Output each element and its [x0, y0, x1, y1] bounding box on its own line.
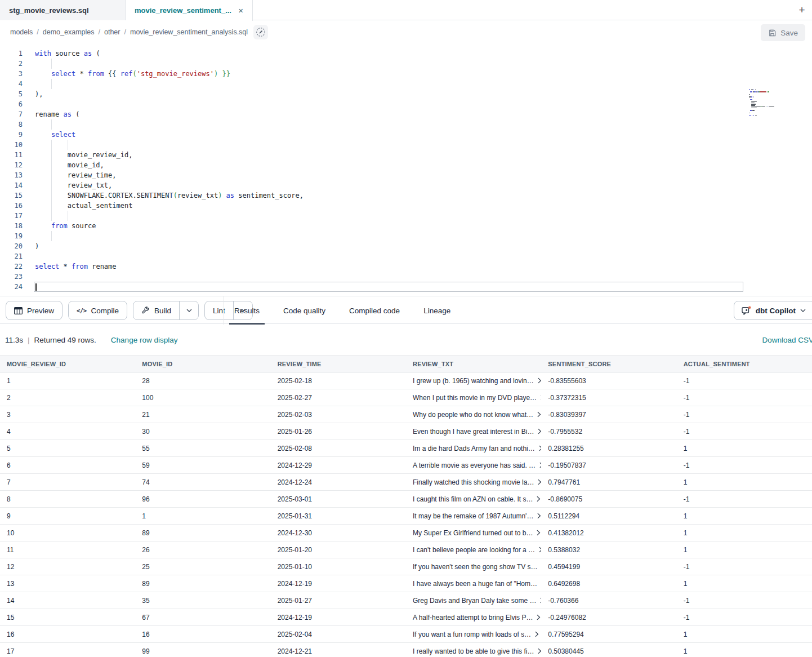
review-text: When I put this movie in my DVD playe… — [413, 394, 537, 402]
build-dropdown-button[interactable] — [179, 301, 198, 319]
minimap-line — [749, 115, 787, 116]
breadcrumb-separator: / — [37, 28, 38, 36]
cell-movie-review-id: 2 — [0, 389, 135, 406]
panel-tabs: ResultsCode qualityCompiled codeLineage — [233, 296, 452, 325]
line-number: 20 — [0, 241, 23, 251]
minimap[interactable] — [749, 89, 787, 119]
save-button[interactable]: Save — [761, 24, 805, 41]
code-line[interactable]: 15 SNOWFLAKE.CORTEX.SENTIMENT(review_txt… — [0, 190, 812, 201]
code-line[interactable]: 1with source as ( — [0, 48, 812, 59]
cell-actual-sentiment: 1 — [677, 440, 812, 456]
column-header-movie_review_id[interactable]: MOVIE_REVIEW_ID — [0, 356, 135, 372]
code-line[interactable]: 23 — [0, 272, 812, 282]
review-text: Greg Davis and Bryan Daly take some … — [413, 597, 536, 605]
expand-row-icon[interactable] — [537, 411, 541, 418]
table-row: 17992024-12-21I really wanted to be able… — [0, 643, 812, 657]
cell-actual-sentiment: -1 — [677, 592, 812, 609]
code-line[interactable]: 5), — [0, 89, 812, 99]
column-header-review_time[interactable]: REVIEW_TIME — [271, 356, 406, 372]
code-line[interactable]: 22select * from rename — [0, 261, 812, 272]
tab-lineage[interactable]: Lineage — [422, 296, 452, 325]
tab-code-quality[interactable]: Code quality — [282, 296, 327, 325]
code-line[interactable]: 10 — [0, 140, 812, 150]
column-header-actual_sentiment[interactable]: ACTUAL_SENTIMENT — [677, 356, 812, 372]
code-line[interactable]: 14 review_txt, — [0, 180, 812, 190]
cell-actual-sentiment: -1 — [677, 406, 812, 423]
compile-button[interactable]: </> Compile — [68, 301, 127, 320]
table-row: 21002025-02-27When I put this movie in m… — [0, 389, 812, 406]
cell-sentiment-score: -0.37372315 — [541, 389, 676, 406]
lint-button[interactable]: Lint — [205, 301, 233, 319]
code-line[interactable]: 19 — [0, 231, 812, 241]
review-text: A terrible movie as everyone has said. … — [413, 461, 536, 469]
code-line[interactable]: 18 from source — [0, 221, 812, 231]
code-line[interactable]: 21 — [0, 251, 812, 261]
tab-compiled-code[interactable]: Compiled code — [347, 296, 401, 325]
code-line[interactable]: 4 — [0, 79, 812, 89]
build-button[interactable]: Build — [133, 301, 179, 319]
table-row: 14352025-01-27Greg Davis and Bryan Daly … — [0, 592, 812, 609]
copilot-sparkle-chat-icon — [742, 306, 751, 316]
preview-button[interactable]: Preview — [6, 301, 63, 320]
code-line[interactable]: 20) — [0, 241, 812, 251]
tab-results[interactable]: Results — [233, 296, 261, 325]
table-grid-icon — [14, 307, 23, 314]
code-line-content: movie_id, — [35, 160, 812, 170]
review-text: My Super Ex Girlfriend turned out to b… — [413, 529, 533, 537]
save-icon — [768, 29, 777, 37]
line-number: 9 — [0, 130, 23, 140]
code-line-content: select * from {{ ref('stg_movie_reviews'… — [35, 69, 812, 79]
minimap-line — [749, 116, 787, 117]
new-tab-button[interactable]: + — [795, 3, 809, 17]
code-line[interactable]: 16 actual_sentiment — [0, 201, 812, 211]
cell-sentiment-score: 0.41382012 — [541, 525, 676, 541]
indent-guide — [68, 140, 68, 150]
code-line[interactable]: 13 review_time, — [0, 170, 812, 180]
ide-window: stg_movie_reviews.sql movie_review_senti… — [0, 0, 812, 657]
close-tab-icon[interactable]: × — [238, 6, 243, 15]
file-modified-icon[interactable] — [253, 25, 268, 39]
code-line[interactable]: 3 select * from {{ ref('stg_movie_review… — [0, 69, 812, 79]
file-tab-stg-movie-reviews[interactable]: stg_movie_reviews.sql — [0, 0, 126, 20]
table-row: 8962025-03-01I caught this film on AZN o… — [0, 491, 812, 508]
line-number: 7 — [0, 109, 23, 119]
dbt-copilot-button[interactable]: dbt Copilot — [734, 301, 812, 320]
change-row-display-link[interactable]: Change row display — [111, 336, 178, 344]
code-line[interactable]: 9 select — [0, 130, 812, 140]
line-number: 6 — [0, 99, 23, 109]
code-line[interactable]: 2 — [0, 59, 812, 69]
line-number: 10 — [0, 140, 23, 150]
table-row: 16162025-02-04If you want a fun romp wit… — [0, 626, 812, 643]
expand-row-icon[interactable] — [535, 631, 539, 637]
cell-sentiment-score: 0.5112294 — [541, 508, 676, 524]
expand-row-icon[interactable] — [537, 614, 541, 620]
preview-label: Preview — [27, 307, 54, 315]
code-line[interactable]: 11 movie_review_id, — [0, 150, 812, 160]
breadcrumb-item-other[interactable]: other — [104, 28, 121, 36]
column-header-sentiment_score[interactable]: SENTIMENT_SCORE — [541, 356, 676, 372]
cell-review-time: 2025-02-18 — [271, 372, 406, 389]
breadcrumb-item-models[interactable]: models — [10, 28, 33, 36]
code-line[interactable]: 17 — [0, 211, 812, 221]
file-tab-movie-review-sentiment[interactable]: movie_review_sentiment_... × — [126, 0, 253, 21]
download-csv-link[interactable]: Download CSV — [762, 336, 812, 344]
code-editor[interactable]: 1with source as (23 select * from {{ ref… — [0, 44, 812, 296]
code-line[interactable]: 6 — [0, 99, 812, 109]
expand-row-icon[interactable] — [537, 513, 541, 519]
breadcrumb-item-demo-examples[interactable]: demo_examples — [43, 28, 95, 36]
code-line[interactable]: 24 — [0, 282, 812, 292]
cell-movie-id: 100 — [135, 389, 270, 406]
code-line[interactable]: 12 movie_id, — [0, 160, 812, 170]
expand-row-icon[interactable] — [537, 530, 541, 536]
column-header-movie_id[interactable]: MOVIE_ID — [135, 356, 270, 372]
code-line[interactable]: 8 — [0, 119, 812, 130]
column-header-review_txt[interactable]: REVIEW_TXT — [406, 356, 541, 372]
code-line-content: select * from rename — [35, 261, 812, 272]
code-line-content: rename as ( — [35, 109, 812, 119]
expand-row-icon[interactable] — [537, 496, 541, 502]
cell-movie-id: 96 — [135, 491, 270, 507]
cell-sentiment-score: -0.19507837 — [541, 457, 676, 473]
code-line[interactable]: 7rename as ( — [0, 109, 812, 119]
breadcrumb-separator: / — [99, 28, 100, 36]
cell-review-time: 2025-03-01 — [271, 491, 406, 507]
